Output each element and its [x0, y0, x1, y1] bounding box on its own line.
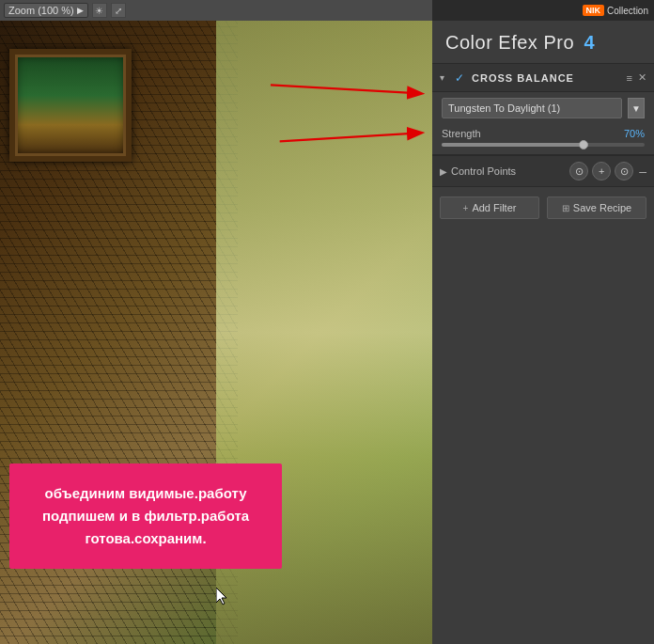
filter-icons: ≡ ✕ — [627, 71, 646, 84]
annotation-text: объединим видимые.работу подпишем и в фи… — [42, 485, 249, 546]
cp-add-btn[interactable]: + — [592, 162, 611, 181]
strength-slider-track[interactable] — [442, 143, 645, 147]
expand-icon[interactable]: ⤢ — [111, 3, 126, 18]
bottom-buttons: + Add Filter ⊞ Save Recipe — [432, 186, 654, 228]
frame-border — [15, 55, 126, 156]
filter-name-label: CROSS BALANCE — [472, 72, 623, 84]
annotation-box: объединим видимые.работу подпишем и в фи… — [9, 463, 282, 569]
save-recipe-icon: ⊞ — [562, 203, 569, 213]
strength-value: 70% — [624, 128, 645, 139]
image-area: Zoom (100 %) ▶ ☀ ⤢ — [0, 0, 432, 644]
top-toolbar: Zoom (100 %) ▶ ☀ ⤢ — [0, 0, 432, 21]
sun-icon[interactable]: ☀ — [92, 3, 107, 18]
svg-marker-4 — [216, 588, 226, 605]
strength-row: Strength 70% — [432, 124, 654, 141]
control-points-header: ▶ Control Points ⊙ + ⊙ – — [432, 156, 654, 186]
filter-header[interactable]: ▾ ✓ CROSS BALANCE ≡ ✕ — [432, 64, 654, 92]
dropdown-arrow-btn[interactable]: ▼ — [628, 98, 645, 118]
strength-slider-thumb[interactable] — [579, 140, 588, 149]
composite-image: объединим видимые.работу подпишем и в фи… — [0, 21, 432, 644]
add-filter-label: Add Filter — [472, 202, 516, 213]
cef-title: Color Efex Pro 4 — [432, 21, 654, 64]
cp-target-btn1[interactable]: ⊙ — [569, 162, 588, 181]
cp-target-btn2[interactable]: ⊙ — [615, 162, 633, 181]
cp-buttons: ⊙ + ⊙ – — [569, 162, 646, 181]
main-container: Zoom (100 %) ▶ ☀ ⤢ — [0, 0, 654, 644]
save-recipe-label: Save Recipe — [573, 202, 631, 213]
filter-check-icon[interactable]: ✓ — [455, 71, 468, 85]
filter-section: ▾ ✓ CROSS BALANCE ≡ ✕ Tungsten To Daylig… — [432, 64, 654, 155]
add-filter-plus-icon: + — [463, 203, 469, 213]
nik-header: NIK Collection — [432, 0, 654, 21]
tungsten-dropdown[interactable]: Tungsten To Daylight (1) — [442, 98, 622, 118]
strength-label: Strength — [442, 128, 481, 139]
slider-row — [432, 141, 654, 154]
dropdown-value: Tungsten To Daylight (1) — [448, 102, 560, 114]
cp-expand-icon[interactable]: ▶ — [440, 166, 447, 177]
strength-slider-fill — [442, 143, 584, 147]
nik-badge: NIK — [583, 5, 605, 16]
zoom-label: Zoom (100 %) — [8, 5, 74, 16]
cp-minus-btn[interactable]: – — [639, 164, 646, 179]
control-points-section: ▶ Control Points ⊙ + ⊙ – — [432, 155, 654, 186]
save-recipe-button[interactable]: ⊞ Save Recipe — [547, 196, 646, 219]
filter-close-icon[interactable]: ✕ — [638, 71, 646, 84]
add-filter-button[interactable]: + Add Filter — [440, 196, 539, 219]
zoom-control[interactable]: Zoom (100 %) ▶ — [4, 3, 88, 18]
cursor — [216, 588, 227, 606]
nik-collection-text: Collection — [607, 6, 648, 16]
cef-title-text: Color Efex Pro — [445, 32, 574, 53]
dropdown-row: Tungsten To Daylight (1) ▼ — [432, 92, 654, 124]
zoom-arrow: ▶ — [77, 6, 84, 15]
picture-frame — [9, 49, 132, 162]
cp-label: Control Points — [451, 165, 566, 177]
filter-menu-icon[interactable]: ≡ — [627, 72, 632, 84]
cef-version: 4 — [584, 32, 595, 53]
right-panel: NIK Collection Color Efex Pro 4 ▾ ✓ CROS… — [432, 0, 654, 644]
filter-expand-icon[interactable]: ▾ — [440, 72, 451, 83]
